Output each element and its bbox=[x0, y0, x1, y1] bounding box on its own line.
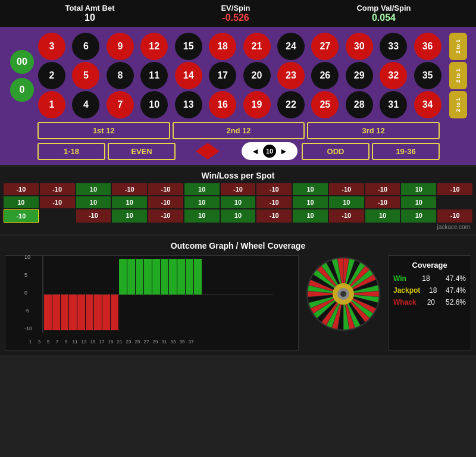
number-29[interactable]: 29 bbox=[346, 62, 373, 89]
svg-rect-7 bbox=[44, 295, 52, 330]
number-26[interactable]: 26 bbox=[311, 62, 339, 89]
number-19[interactable]: 19 bbox=[243, 91, 271, 118]
number-21[interactable]: 21 bbox=[243, 33, 271, 60]
winloss-title: Win/Loss per Spot bbox=[4, 171, 472, 180]
number-36[interactable]: 36 bbox=[414, 33, 441, 60]
number-31[interactable]: 31 bbox=[380, 91, 407, 118]
bet-1-18[interactable]: 1-18 bbox=[37, 143, 105, 160]
wl-cell-r2-c6: 10 bbox=[221, 209, 256, 223]
coverage-title: Coverage bbox=[393, 261, 466, 270]
wl-cell-r2-c1 bbox=[40, 209, 75, 223]
number-30[interactable]: 30 bbox=[346, 33, 373, 60]
svg-text:-10: -10 bbox=[24, 325, 32, 331]
number-12[interactable]: 12 bbox=[140, 33, 168, 60]
outcome-title: Outcome Graph / Wheel Coverage bbox=[5, 241, 471, 251]
wl-cell-r1-c9: 10 bbox=[329, 196, 364, 208]
number-23[interactable]: 23 bbox=[277, 62, 305, 89]
payout-top: 2 to 1 bbox=[449, 33, 467, 60]
payout-bot: 2 to 1 bbox=[449, 91, 467, 118]
jackpot-label: Jackpot bbox=[393, 286, 420, 295]
svg-rect-13 bbox=[94, 295, 102, 330]
svg-rect-25 bbox=[194, 259, 202, 295]
whack-pct: 52.6% bbox=[446, 298, 466, 306]
number-13[interactable]: 13 bbox=[175, 91, 202, 118]
number-28[interactable]: 28 bbox=[346, 91, 373, 118]
x-axis-labels: 135791113151719212325272931333537 bbox=[5, 339, 298, 345]
number-24[interactable]: 24 bbox=[277, 33, 305, 60]
bar-chart: 1050-5-10 135791113151719212325272931333… bbox=[5, 255, 299, 350]
ball-number-display: ◄ 10 ► bbox=[240, 142, 299, 160]
bet-even[interactable]: EVEN bbox=[108, 143, 176, 160]
wl-cell-r2-c11: 10 bbox=[401, 209, 436, 223]
wl-cell-r0-c8: 10 bbox=[293, 183, 328, 195]
number-2[interactable]: 2 bbox=[38, 62, 65, 89]
ev-spin-label: EV/Spin bbox=[221, 4, 250, 12]
svg-rect-9 bbox=[61, 295, 68, 330]
wl-cell-r0-c2: 10 bbox=[76, 183, 111, 195]
wl-cell-r2-c0: -10 bbox=[4, 209, 39, 223]
svg-rect-22 bbox=[169, 259, 177, 295]
number-1[interactable]: 1 bbox=[38, 91, 65, 118]
wl-cell-r2-c5: 10 bbox=[184, 209, 220, 223]
wl-cell-r0-c0: -10 bbox=[4, 183, 39, 195]
wl-cell-r2-c9: -10 bbox=[329, 209, 364, 223]
number-8[interactable]: 8 bbox=[107, 62, 134, 89]
number-35[interactable]: 35 bbox=[414, 62, 441, 89]
svg-rect-18 bbox=[136, 259, 143, 295]
number-17[interactable]: 17 bbox=[209, 62, 236, 89]
number-10[interactable]: 10 bbox=[140, 91, 168, 118]
wl-cell-r0-c3: -10 bbox=[112, 183, 147, 195]
ball-circle: 10 bbox=[263, 145, 276, 158]
number-22[interactable]: 22 bbox=[277, 91, 305, 118]
svg-rect-12 bbox=[86, 295, 93, 330]
outcome-section: Outcome Graph / Wheel Coverage 1050-5-10… bbox=[0, 236, 476, 355]
svg-rect-23 bbox=[177, 259, 185, 295]
single-zero[interactable]: 0 bbox=[9, 77, 35, 103]
number-14[interactable]: 14 bbox=[175, 62, 202, 89]
whack-coverage-row: Whack 20 52.6% bbox=[393, 298, 466, 306]
number-15[interactable]: 15 bbox=[175, 33, 202, 60]
bet-19-36[interactable]: 19-36 bbox=[372, 143, 440, 160]
win-coverage-row: Win 18 47.4% bbox=[393, 274, 466, 283]
numbers-grid: 3691215182124273033362581114172023262932… bbox=[38, 33, 446, 118]
number-7[interactable]: 7 bbox=[107, 91, 134, 118]
ev-spin-value: -0.526 bbox=[221, 12, 250, 23]
dozen-2nd[interactable]: 2nd 12 bbox=[173, 122, 305, 139]
number-33[interactable]: 33 bbox=[380, 33, 407, 60]
bottom-betting-row: 1-18 EVEN ◄ 10 ► ODD 19-36 bbox=[9, 142, 467, 160]
total-amt-bet-col: Total Amt Bet 10 bbox=[65, 4, 114, 23]
double-zero[interactable]: 00 bbox=[9, 49, 35, 75]
zero-column: 00 0 bbox=[9, 33, 35, 118]
bet-odd[interactable]: ODD bbox=[302, 143, 369, 160]
svg-text:0: 0 bbox=[24, 290, 27, 296]
number-25[interactable]: 25 bbox=[311, 91, 339, 118]
number-5[interactable]: 5 bbox=[72, 62, 99, 89]
number-16[interactable]: 16 bbox=[209, 91, 236, 118]
dozen-1st[interactable]: 1st 12 bbox=[37, 122, 170, 139]
svg-rect-16 bbox=[119, 259, 127, 295]
winloss-section: Win/Loss per Spot -10-1010-10-1010-10-10… bbox=[0, 167, 476, 234]
diamond-bet[interactable] bbox=[178, 143, 237, 159]
number-4[interactable]: 4 bbox=[72, 91, 99, 118]
number-11[interactable]: 11 bbox=[140, 62, 168, 89]
dozen-row: 1st 12 2nd 12 3rd 12 bbox=[9, 122, 467, 139]
dozen-3rd[interactable]: 3rd 12 bbox=[307, 122, 440, 139]
number-34[interactable]: 34 bbox=[414, 91, 441, 118]
wl-cell-r1-c5: 10 bbox=[184, 196, 220, 208]
jackpot-coverage-row: Jackpot 18 47.4% bbox=[393, 286, 466, 295]
left-arrow-icon: ◄ bbox=[251, 146, 259, 156]
wl-cell-r1-c2: 10 bbox=[76, 196, 111, 208]
comp-val-spin-col: Comp Val/Spin 0.054 bbox=[356, 4, 411, 23]
number-20[interactable]: 20 bbox=[243, 62, 271, 89]
number-18[interactable]: 18 bbox=[209, 33, 236, 60]
number-9[interactable]: 9 bbox=[107, 33, 134, 60]
wl-cell-r1-c0: 10 bbox=[4, 196, 39, 208]
number-27[interactable]: 27 bbox=[311, 33, 339, 60]
wl-cell-r1-c8: 10 bbox=[293, 196, 328, 208]
coverage-panel: Coverage Win 18 47.4% Jackpot 18 47.4% W… bbox=[388, 255, 471, 350]
number-3[interactable]: 3 bbox=[38, 33, 65, 60]
right-arrow-icon: ► bbox=[280, 146, 288, 156]
total-amt-bet-value: 10 bbox=[65, 12, 114, 23]
number-6[interactable]: 6 bbox=[72, 33, 99, 60]
number-32[interactable]: 32 bbox=[380, 62, 407, 89]
